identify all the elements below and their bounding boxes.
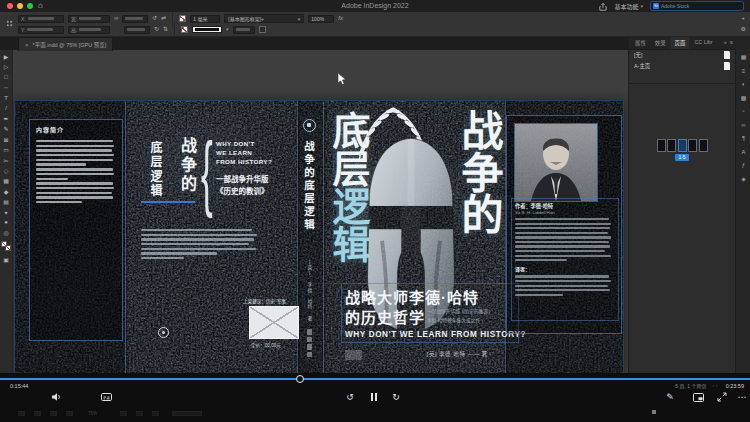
rotate-ccw-icon[interactable]: ↺ [152, 14, 157, 23]
page-range-label[interactable]: 1-5 [675, 154, 688, 161]
stroke-weight-field[interactable] [233, 26, 255, 34]
preview-swatch[interactable] [259, 26, 266, 33]
pencil-tool-icon[interactable]: ✎ [0, 124, 12, 134]
frame-tool-icon[interactable]: ⊠ [0, 134, 12, 144]
cc-libraries-panel-icon[interactable]: ◈ [741, 176, 746, 183]
fullscreen-button[interactable] [716, 391, 728, 403]
character-styles-panel-icon[interactable]: A [741, 149, 745, 156]
fill-swatch-none[interactable] [179, 15, 186, 22]
document-tab[interactable]: × *平面.indd @ 75% [GPU 预览] [18, 37, 113, 51]
zoom-tool-icon[interactable]: ◎ [0, 228, 12, 238]
add-icon[interactable]: + [742, 14, 746, 23]
video-progress-bar[interactable] [0, 378, 750, 380]
stroke-color-swatch[interactable] [5, 245, 11, 251]
scale-y-field[interactable] [124, 26, 150, 34]
chevron-down-icon[interactable]: ▾ [226, 25, 229, 34]
rectangle-tool-icon[interactable]: ▭ [0, 145, 12, 155]
master-page-label: [无] [634, 51, 642, 59]
volume-button[interactable] [50, 391, 62, 403]
panel-tab[interactable]: 属性 [631, 36, 650, 49]
master-page-row[interactable]: [无] [629, 49, 735, 60]
screen-mode-button[interactable]: ▣ [3, 256, 9, 263]
edit-notes-button[interactable]: ✎ [664, 391, 676, 403]
y-position-field[interactable]: Y: [18, 26, 64, 34]
selection-tool-icon[interactable]: ▶ [0, 51, 12, 61]
reference-point-proxy[interactable] [6, 20, 14, 28]
page-thumbnail[interactable] [667, 139, 676, 152]
page-tool-icon[interactable]: □ [0, 72, 12, 82]
opacity-value: 100% [311, 16, 324, 22]
zoom-level-value[interactable]: 75% [88, 411, 97, 416]
replay-15s-button[interactable]: ↺ [344, 391, 356, 403]
text-line [36, 149, 112, 151]
eyedropper-tool-icon[interactable]: ✦ [0, 207, 12, 217]
publisher-glyph [307, 329, 312, 335]
page-thumbnail[interactable] [699, 139, 708, 152]
book-jacket-spread[interactable]: 内容简介 战争的 底层逻辑 { WHY DON'T WE LEARN FROM … [14, 100, 624, 374]
gap-tool-icon[interactable]: ↔ [0, 82, 12, 92]
gradient-tool-icon[interactable]: ▦ [0, 176, 12, 186]
flip-vertical-icon[interactable]: ⇅ [163, 25, 168, 34]
pause-button[interactable] [368, 391, 380, 403]
search-input[interactable] [661, 3, 731, 9]
stroke-style-dropdown[interactable] [192, 26, 222, 33]
offset-field[interactable]: 1 毫米 [190, 15, 220, 23]
panel-menu-icon[interactable]: ≡ [730, 39, 733, 45]
gradient-panel-icon[interactable]: ▩ [741, 95, 747, 102]
author-photo[interactable] [514, 123, 598, 202]
fill-stroke-proxy[interactable] [1, 241, 11, 251]
type-tool-icon[interactable]: T [0, 93, 12, 103]
master-page-row[interactable]: A-主页 [629, 60, 735, 71]
forward-15s-button[interactable]: ↻ [390, 391, 402, 403]
hand-tool-icon[interactable]: ● [0, 217, 12, 227]
more-options-button[interactable]: ⋯ [736, 391, 748, 403]
panel-tab[interactable]: CC Libr [690, 36, 716, 49]
subtitle-button[interactable] [100, 391, 112, 403]
constrain-proportions-icon[interactable]: ∞ [114, 14, 118, 23]
page-thumbnail[interactable] [678, 139, 687, 152]
color-panel-icon[interactable]: ◐ [742, 81, 746, 88]
note-tool-icon[interactable]: ▤ [0, 196, 12, 206]
effects-fx-button[interactable]: fx [338, 14, 343, 23]
scissors-tool-icon[interactable]: ✂ [0, 155, 12, 165]
workspace-label: 基本功能 [614, 2, 638, 11]
close-icon[interactable]: × [25, 42, 29, 48]
stroke-panel-icon[interactable]: ≡ [742, 68, 746, 75]
share-icon[interactable] [599, 0, 607, 15]
direct-selection-tool-icon[interactable]: ▷ [0, 61, 12, 71]
opacity-field[interactable]: 100% [308, 15, 334, 23]
stock-search-box[interactable]: St [650, 1, 744, 11]
front-flap-frame[interactable]: 作者：李德·哈特 Sir B. H. Liddell Hart 译者： [506, 115, 622, 334]
width-label: 宽: [71, 15, 77, 22]
pen-tool-icon[interactable]: ✒ [0, 113, 12, 123]
height-field[interactable]: 高: [68, 26, 110, 34]
flip-horizontal-icon[interactable]: ⇄ [161, 14, 166, 23]
page-thumbnail[interactable] [688, 139, 697, 152]
line-tool-icon[interactable]: / [0, 103, 12, 113]
effects-panel-icon[interactable]: ƒ [742, 162, 745, 169]
barcode-placeholder-frame[interactable] [249, 306, 299, 339]
swatches-panel-icon[interactable]: ▦ [741, 54, 747, 61]
panel-tab-bar: 属性效果页面CC Libr » ≡ [629, 36, 750, 50]
workspace-switcher[interactable]: 基本功能 ▾ [614, 2, 643, 11]
paragraph-styles-panel-icon[interactable]: ¶ [742, 135, 745, 142]
scale-x-field[interactable] [122, 15, 148, 23]
x-position-field[interactable]: X: [18, 15, 64, 23]
gradient-feather-tool-icon[interactable]: ◆ [0, 186, 12, 196]
picture-in-picture-button[interactable] [692, 391, 704, 403]
pages-panel-icon[interactable]: ▫ [742, 108, 744, 115]
panel-tab[interactable]: 页面 [671, 36, 690, 49]
collapse-panels-icon[interactable]: » [724, 39, 727, 45]
progress-handle[interactable] [296, 375, 304, 383]
stroke-swatch-none[interactable] [181, 26, 188, 33]
links-panel-icon[interactable]: ∞ [741, 122, 745, 129]
page-thumbnail[interactable] [657, 139, 666, 152]
object-style-dropdown[interactable]: [基本图形框架]+▾ [224, 14, 304, 23]
author-bio-text-frame[interactable]: 作者：李德·哈特 Sir B. H. Liddell Hart 译者： [511, 198, 619, 321]
width-field[interactable]: 宽: [68, 15, 110, 23]
free-transform-tool-icon[interactable]: ◇ [0, 165, 12, 175]
gear-icon[interactable]: ⚙ [741, 25, 746, 34]
rotate-cw-icon[interactable]: ↻ [154, 25, 159, 34]
panel-tab[interactable]: 效果 [651, 36, 670, 49]
back-flap-text-frame[interactable]: 内容简介 [29, 119, 123, 341]
